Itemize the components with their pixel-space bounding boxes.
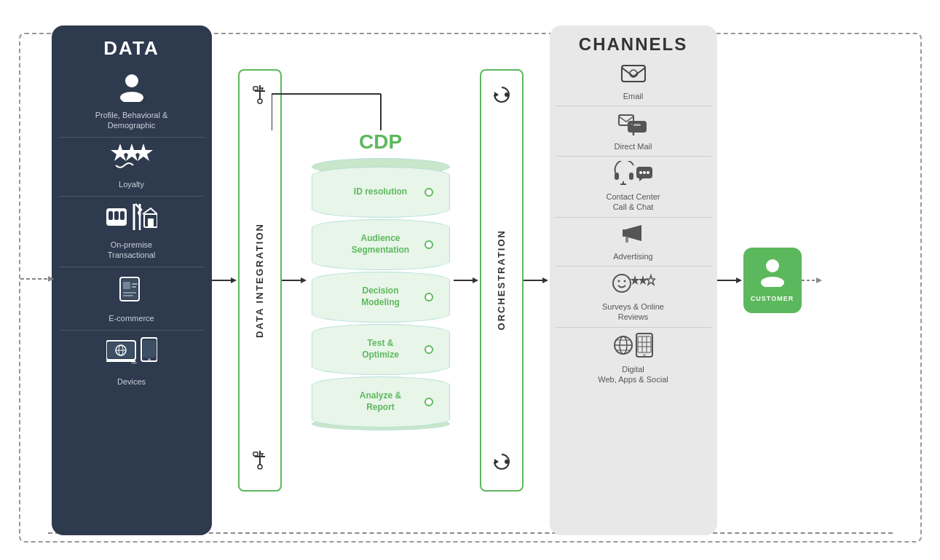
svg-marker-81 bbox=[638, 275, 647, 285]
diagram: DATA Profile, Behavioral & Demographic bbox=[12, 11, 929, 550]
onpremise-icon bbox=[106, 202, 157, 237]
channel-email: Email bbox=[556, 60, 711, 106]
devices-label: Devices bbox=[117, 376, 146, 387]
arrow-channels-customer bbox=[717, 275, 743, 285]
arrow-cdp-orch bbox=[454, 275, 480, 285]
data-item-profile: Profile, Behavioral & Demographic bbox=[59, 67, 205, 138]
orchestration-label: ORCHESTRATION bbox=[496, 229, 507, 330]
svg-rect-76 bbox=[625, 237, 628, 242]
svg-rect-88 bbox=[636, 334, 652, 357]
svg-rect-75 bbox=[623, 229, 625, 237]
svg-rect-17 bbox=[123, 282, 130, 289]
channel-digital: Digital Web, Apps & Social bbox=[556, 328, 711, 390]
svg-marker-1 bbox=[48, 276, 54, 282]
devices-icon bbox=[106, 336, 157, 374]
svg-rect-19 bbox=[132, 286, 136, 288]
data-item-ecommerce: E-commerce bbox=[59, 267, 205, 331]
svg-point-78 bbox=[617, 280, 620, 282]
channel-advertising: Advertising bbox=[556, 218, 711, 267]
cdp-dot-0 bbox=[424, 188, 433, 197]
channels-panel: CHANNELS Email bbox=[550, 25, 717, 535]
svg-point-77 bbox=[613, 275, 631, 292]
onpremise-label: On-premise Transactional bbox=[108, 240, 156, 261]
svg-rect-14 bbox=[148, 218, 154, 227]
channels-title: CHANNELS bbox=[579, 34, 687, 55]
direct-mail-label: Direct Mail bbox=[615, 141, 652, 151]
customer-label: CUSTOMER bbox=[751, 295, 794, 302]
cdp-layer-test: Test & Optimize bbox=[312, 324, 450, 375]
surveys-icon bbox=[612, 271, 655, 300]
svg-rect-59 bbox=[622, 66, 645, 82]
svg-point-79 bbox=[623, 280, 625, 282]
svg-point-54 bbox=[505, 92, 509, 97]
orchestration-box: ORCHESTRATION bbox=[480, 69, 524, 492]
usb-bottom-icon bbox=[252, 451, 268, 476]
profile-label: Profile, Behavioral & Demographic bbox=[95, 110, 168, 131]
svg-marker-96 bbox=[736, 277, 742, 283]
svg-point-98 bbox=[761, 277, 784, 287]
profile-icon bbox=[119, 73, 145, 108]
svg-rect-36 bbox=[253, 87, 258, 90]
cdp-dot-4 bbox=[424, 398, 433, 406]
svg-rect-21 bbox=[123, 295, 133, 296]
data-panel-title: DATA bbox=[103, 37, 159, 60]
customer-icon bbox=[759, 258, 786, 292]
arrow-integration-cdp bbox=[282, 275, 308, 285]
direct-mail-icon bbox=[617, 111, 649, 140]
usb-top-icon bbox=[252, 85, 268, 110]
channel-direct-mail: Direct Mail bbox=[556, 106, 711, 157]
surveys-label: Surveys & Online Reviews bbox=[602, 301, 664, 323]
email-icon bbox=[621, 65, 646, 90]
svg-marker-47 bbox=[301, 277, 307, 283]
cdp-section: CDP ID resolution Audience Segmentation … bbox=[308, 130, 454, 430]
cdp-dot-1 bbox=[424, 240, 433, 249]
svg-rect-18 bbox=[132, 283, 138, 285]
svg-point-94 bbox=[643, 354, 646, 357]
advertising-label: Advertising bbox=[613, 251, 652, 261]
input-dashed-arrow bbox=[20, 274, 57, 287]
svg-rect-42 bbox=[253, 452, 258, 456]
svg-marker-55 bbox=[494, 459, 499, 465]
customer-box: CUSTOMER bbox=[743, 248, 802, 313]
svg-marker-80 bbox=[630, 275, 639, 285]
integration-label: DATA INTEGRATION bbox=[254, 223, 265, 338]
svg-point-3 bbox=[120, 92, 143, 102]
integration-box: DATA INTEGRATION bbox=[238, 69, 282, 492]
arrow-orch-channels bbox=[524, 275, 550, 285]
digital-label: Digital Web, Apps & Social bbox=[598, 364, 668, 385]
svg-point-74 bbox=[647, 171, 649, 174]
cdp-top-line bbox=[272, 87, 490, 130]
svg-rect-89 bbox=[638, 336, 651, 352]
svg-point-73 bbox=[643, 171, 646, 174]
svg-marker-53 bbox=[494, 92, 499, 98]
arrow-data-integration bbox=[212, 275, 238, 285]
cdp-layer-analyze: Analyze & Report bbox=[312, 376, 450, 427]
contact-center-label: Contact Center Call & Chat bbox=[607, 192, 660, 213]
ecommerce-label: E-commerce bbox=[108, 313, 154, 323]
svg-marker-58 bbox=[542, 277, 548, 283]
cdp-layer-audience: Audience Segmentation bbox=[312, 219, 450, 270]
svg-rect-68 bbox=[629, 173, 633, 180]
svg-marker-33 bbox=[231, 277, 237, 283]
contact-center-icon bbox=[613, 161, 654, 190]
cdp-layer-decision: Decision Modeling bbox=[312, 272, 450, 323]
svg-point-2 bbox=[125, 74, 138, 87]
digital-icon bbox=[613, 332, 654, 363]
svg-point-72 bbox=[639, 171, 642, 174]
cdp-dot-2 bbox=[424, 293, 433, 301]
svg-point-97 bbox=[766, 259, 779, 272]
cdp-cylinder: CDP ID resolution Audience Segmentation … bbox=[308, 130, 454, 430]
cdp-layer-id: ID resolution bbox=[312, 167, 450, 218]
data-item-loyalty: Loyalty bbox=[59, 138, 205, 197]
cycle-top-icon bbox=[492, 85, 511, 109]
cdp-title: CDP bbox=[359, 130, 402, 154]
main-flow: DATA Profile, Behavioral & Demographic bbox=[12, 25, 929, 535]
svg-marker-52 bbox=[473, 277, 478, 283]
svg-rect-10 bbox=[120, 211, 125, 220]
data-item-devices: Devices bbox=[59, 331, 205, 393]
svg-point-56 bbox=[505, 460, 509, 464]
advertising-icon bbox=[621, 222, 646, 250]
data-item-onpremise: On-premise Transactional bbox=[59, 197, 205, 267]
svg-rect-67 bbox=[615, 173, 619, 180]
svg-marker-82 bbox=[647, 275, 655, 285]
